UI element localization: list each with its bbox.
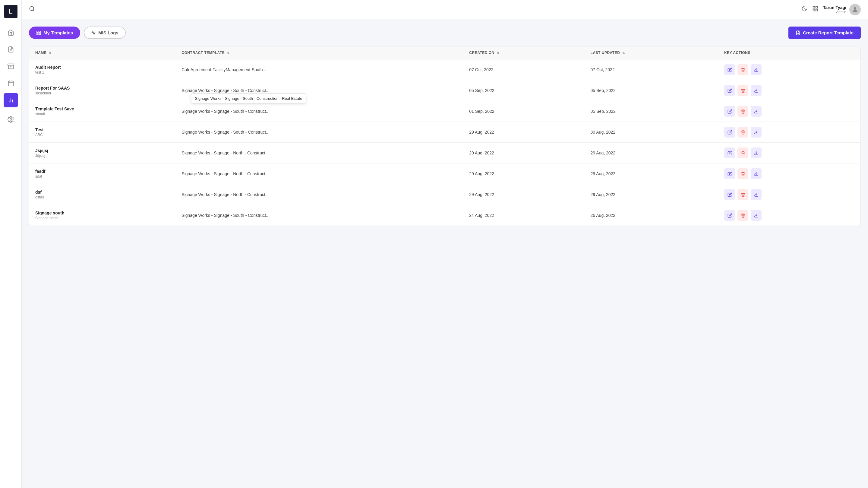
cell-actions — [718, 163, 861, 184]
sidebar-item-settings[interactable] — [4, 112, 18, 127]
cell-name: Template Test Save sdaaff — [29, 101, 176, 122]
download-button[interactable] — [751, 127, 762, 138]
svg-point-11 — [10, 119, 12, 120]
cell-name: Test ABC — [29, 122, 176, 143]
cell-contract: Signage Works - Signage - North - Constr… — [176, 184, 463, 205]
actions-group — [724, 127, 855, 138]
cell-last-updated: 29 Aug, 2022 — [585, 143, 718, 163]
row-name-secondary: test 1 — [35, 70, 169, 74]
templates-table: NAME ⇅ CONTRACT TEMPLATE ⇅ CREATED ON ⇅ — [29, 47, 861, 225]
download-button[interactable] — [751, 210, 762, 221]
delete-button[interactable] — [738, 148, 748, 158]
download-button[interactable] — [751, 168, 762, 179]
sidebar-item-calendar[interactable] — [4, 76, 18, 90]
page-content: My Templates MIS Logs Create Report Temp… — [22, 19, 868, 488]
col-name: NAME ⇅ — [29, 47, 176, 59]
row-name-primary: Audit Report — [35, 65, 169, 70]
sort-contract-icon[interactable]: ⇅ — [227, 51, 230, 55]
edit-button[interactable] — [724, 168, 735, 179]
col-last-updated: LAST UPDATED ⇅ — [585, 47, 718, 59]
tab-my-templates[interactable]: My Templates — [29, 27, 80, 39]
contract-template-cell: Signage Works - Signage - North - Constr… — [182, 171, 269, 176]
cell-actions — [718, 205, 861, 226]
cell-actions — [718, 101, 861, 122]
cell-contract: Signage Works - Signage - South - Constr… — [176, 101, 463, 122]
cell-name: Signage south Signage south — [29, 205, 176, 226]
cell-name: Report For SAAS sasaddad — [29, 80, 176, 101]
download-button[interactable] — [751, 148, 762, 158]
sort-updated-icon[interactable]: ⇅ — [622, 51, 625, 55]
sidebar-item-home[interactable] — [4, 25, 18, 40]
delete-button[interactable] — [738, 127, 748, 138]
search-button[interactable] — [29, 6, 35, 13]
svg-line-13 — [33, 10, 34, 11]
contract-template-cell: Signage Works - Signage - South - Constr… — [182, 213, 270, 218]
avatar — [849, 4, 861, 16]
delete-button[interactable] — [738, 64, 748, 75]
cell-created-on: 05 Sep, 2022 — [463, 80, 584, 101]
delete-button[interactable] — [738, 106, 748, 117]
edit-button[interactable] — [724, 127, 735, 138]
contract-template-cell: Signage Works - Signage - South - Constr… — [182, 88, 270, 93]
row-name-primary: Template Test Save — [35, 106, 169, 111]
download-button[interactable] — [751, 189, 762, 200]
contract-template-cell: CafeAgreement-FacilityManagement-South..… — [182, 67, 266, 72]
contract-template-cell: Signage Works - Signage - North - Constr… — [182, 151, 269, 155]
sidebar-item-docs[interactable] — [4, 42, 18, 57]
actions-group — [724, 85, 855, 96]
tabs-section: My Templates MIS Logs Create Report Temp… — [29, 27, 861, 39]
download-button[interactable] — [751, 106, 762, 117]
edit-button[interactable] — [724, 85, 735, 96]
sidebar-item-reports[interactable] — [4, 93, 18, 108]
col-created-on: CREATED ON ⇅ — [463, 47, 584, 59]
cell-actions — [718, 143, 861, 163]
download-button[interactable] — [751, 85, 762, 96]
actions-group — [724, 210, 855, 221]
sort-name-icon[interactable]: ⇅ — [49, 51, 52, 55]
edit-button[interactable] — [724, 148, 735, 158]
grid-view-icon[interactable] — [812, 6, 818, 13]
delete-button[interactable] — [738, 168, 748, 179]
table-row: dsf dsfas Signage Works - Signage - Nort… — [29, 184, 861, 205]
header-right: Tarun Tyagi Admin — [801, 4, 861, 16]
edit-button[interactable] — [724, 106, 735, 117]
download-button[interactable] — [751, 64, 762, 75]
row-name-primary: fasdf — [35, 169, 169, 174]
header-left — [29, 6, 35, 13]
app-logo[interactable]: L — [4, 5, 18, 18]
cell-created-on: 29 Aug, 2022 — [463, 184, 584, 205]
cell-created-on: 29 Aug, 2022 — [463, 143, 584, 163]
contract-template-cell: Signage Works - Signage - North - Constr… — [182, 192, 269, 197]
svg-rect-2 — [7, 64, 13, 65]
create-report-template-button[interactable]: Create Report Template — [788, 27, 861, 39]
svg-rect-22 — [39, 33, 40, 35]
cell-contract: Signage Works - Signage - North - Constr… — [176, 143, 463, 163]
sort-created-icon[interactable]: ⇅ — [497, 51, 500, 55]
cell-last-updated: 05 Sep, 2022 — [585, 101, 718, 122]
cell-last-updated: 26 Aug, 2022 — [585, 205, 718, 226]
delete-button[interactable] — [738, 189, 748, 200]
cell-actions — [718, 184, 861, 205]
svg-rect-4 — [8, 81, 13, 86]
row-name-primary: Signage south — [35, 211, 169, 215]
row-name-secondary: dsfas — [35, 195, 169, 200]
tab-mis-logs[interactable]: MIS Logs — [84, 27, 126, 39]
actions-group — [724, 106, 855, 117]
user-role: Admin — [823, 10, 846, 14]
header: Tarun Tyagi Admin — [22, 0, 868, 19]
cell-contract: Signage Works - Signage - North - Constr… — [176, 163, 463, 184]
edit-button[interactable] — [724, 64, 735, 75]
cell-last-updated: 07 Oct, 2022 — [585, 59, 718, 80]
cell-contract: Signage Works - Signage - South - Constr… — [176, 205, 463, 226]
row-name-secondary: sdaf — [35, 174, 169, 179]
theme-toggle-icon[interactable] — [801, 6, 807, 13]
cell-last-updated: 30 Aug, 2022 — [585, 122, 718, 143]
delete-button[interactable] — [738, 85, 748, 96]
edit-button[interactable] — [724, 189, 735, 200]
cell-last-updated: 29 Aug, 2022 — [585, 163, 718, 184]
sidebar-item-archive[interactable] — [4, 59, 18, 73]
user-info: Tarun Tyagi Admin — [823, 4, 861, 16]
delete-button[interactable] — [738, 210, 748, 221]
edit-button[interactable] — [724, 210, 735, 221]
row-name-primary: Report For SAAS — [35, 86, 169, 90]
